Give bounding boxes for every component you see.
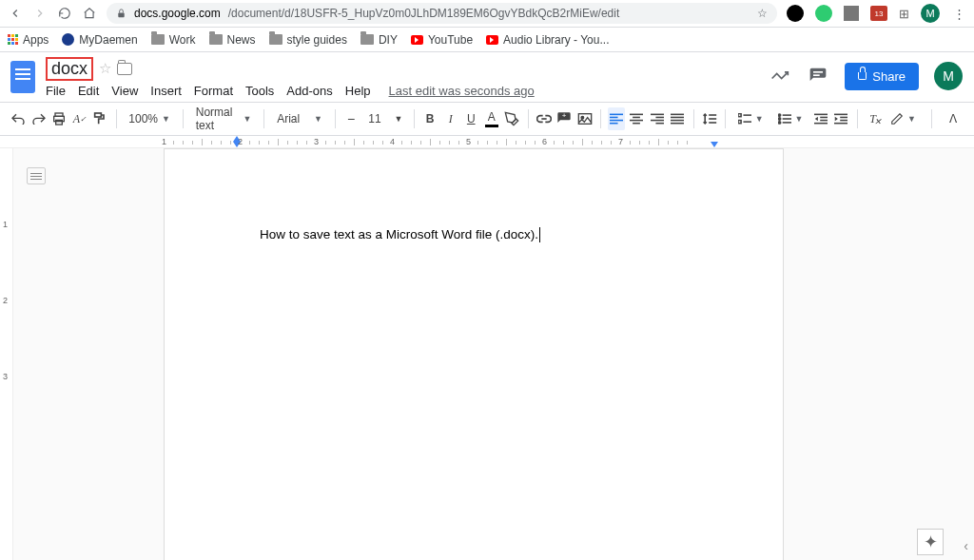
underline-button[interactable]: U — [462, 107, 480, 130]
menu-tools[interactable]: Tools — [245, 84, 274, 98]
extensions-icon[interactable]: ⊞ — [899, 7, 909, 21]
insert-link-button[interactable] — [535, 107, 553, 130]
menu-file[interactable]: File — [46, 84, 66, 98]
docs-header: docx ☆ File Edit View Insert Format Tool… — [0, 52, 974, 102]
svg-rect-0 — [118, 13, 124, 18]
bookmark-item[interactable]: MyDaemen — [62, 33, 137, 47]
hide-menus-button[interactable]: ᐱ — [942, 107, 964, 130]
explore-button[interactable]: ✦ — [917, 529, 944, 555]
checklist-button[interactable]: ▼ — [732, 107, 769, 130]
print-button[interactable] — [50, 107, 68, 130]
right-indent-marker[interactable] — [711, 142, 718, 147]
svg-point-35 — [778, 118, 780, 120]
browser-extensions: 13 ⊞ M ⋮ — [787, 4, 966, 23]
url-path: /document/d/18USFR-5_HupVz0m0JLhDM189EM6… — [228, 7, 620, 20]
menu-help[interactable]: Help — [345, 84, 371, 98]
menu-view[interactable]: View — [111, 84, 138, 98]
last-edit-link[interactable]: Last edit was seconds ago — [389, 84, 535, 98]
menu-bar: File Edit View Insert Format Tools Add-o… — [46, 79, 769, 102]
font-family-select[interactable]: Arial▼ — [271, 107, 328, 130]
document-title[interactable]: docx — [46, 57, 93, 81]
align-justify-button[interactable] — [669, 107, 687, 130]
menu-addons[interactable]: Add-ons — [286, 84, 332, 98]
bookmark-item[interactable]: style guides — [269, 33, 347, 47]
paint-format-button[interactable] — [91, 107, 109, 130]
editing-mode-button[interactable]: ▼ — [885, 107, 922, 130]
explore-collapse-icon[interactable]: ‹ — [964, 538, 968, 553]
account-avatar[interactable]: M — [934, 62, 963, 90]
profile-avatar[interactable]: M — [921, 4, 940, 23]
bookmark-item[interactable]: Work — [151, 33, 196, 47]
document-page[interactable]: How to save text as a Microsoft Word fil… — [164, 148, 784, 560]
activity-icon[interactable] — [769, 65, 791, 87]
url-host: docs.google.com — [134, 7, 221, 20]
menu-insert[interactable]: Insert — [150, 84, 182, 98]
share-button[interactable]: Share — [845, 63, 919, 90]
move-button[interactable] — [117, 63, 132, 75]
font-size-input[interactable]: 11 — [362, 107, 386, 130]
document-body-text[interactable]: How to save text as a Microsoft Word fil… — [260, 227, 538, 241]
font-size-increase[interactable]: ▼ — [390, 107, 408, 130]
bookmark-item[interactable]: News — [209, 33, 256, 47]
adblock-icon[interactable]: 13 — [870, 6, 887, 21]
increase-indent-button[interactable] — [832, 107, 850, 130]
address-bar[interactable]: docs.google.com/document/d/18USFR-5_HupV… — [107, 3, 777, 24]
undo-button[interactable] — [10, 107, 28, 130]
align-right-button[interactable] — [649, 107, 667, 130]
svg-marker-49 — [835, 117, 838, 122]
docs-logo-icon[interactable] — [8, 58, 38, 96]
svg-rect-2 — [813, 74, 820, 76]
line-spacing-button[interactable] — [700, 107, 718, 130]
svg-rect-31 — [738, 121, 741, 124]
clear-formatting-button[interactable]: T✕ — [864, 107, 882, 130]
svg-rect-6 — [95, 113, 102, 117]
ext-icon[interactable] — [844, 6, 859, 21]
highlight-color-button[interactable] — [503, 107, 521, 130]
svg-point-34 — [778, 114, 780, 116]
add-comment-button[interactable]: + — [555, 107, 574, 130]
svg-text:+: + — [562, 111, 567, 120]
toolbar: A✓ 100%▼ Normal text▼ Arial▼ − 11 ▼ B I … — [0, 102, 974, 136]
back-icon[interactable] — [8, 6, 23, 21]
svg-rect-30 — [738, 114, 741, 117]
document-outline-button[interactable] — [27, 167, 46, 184]
svg-point-36 — [778, 122, 780, 124]
bookmark-item[interactable]: YouTube — [411, 33, 473, 47]
redo-button[interactable] — [30, 107, 49, 130]
zoom-select[interactable]: 100%▼ — [123, 107, 176, 130]
text-cursor — [539, 227, 540, 242]
ext-icon[interactable] — [787, 5, 804, 22]
svg-rect-1 — [813, 71, 823, 73]
editor-canvas: 123 How to save text as a Microsoft Word… — [0, 148, 974, 560]
star-icon[interactable]: ☆ — [757, 7, 768, 20]
menu-format[interactable]: Format — [194, 84, 233, 98]
star-button[interactable]: ☆ — [99, 60, 111, 77]
reload-icon[interactable] — [57, 6, 72, 21]
spellcheck-button[interactable]: A✓ — [71, 107, 89, 130]
comments-icon[interactable] — [807, 65, 829, 87]
apps-shortcut[interactable]: Apps — [8, 33, 49, 47]
bookmark-item[interactable]: Audio Library - You... — [486, 33, 609, 47]
bulleted-list-button[interactable]: ▼ — [772, 107, 809, 130]
lock-icon — [858, 72, 867, 80]
horizontal-ruler[interactable]: 1234567 — [0, 136, 974, 148]
menu-edit[interactable]: Edit — [78, 84, 99, 98]
align-center-button[interactable] — [628, 107, 646, 130]
align-left-button[interactable] — [608, 107, 626, 130]
font-size-decrease[interactable]: − — [342, 107, 360, 130]
lock-icon — [116, 8, 127, 19]
vertical-ruler[interactable]: 123 — [0, 148, 13, 560]
insert-image-button[interactable] — [575, 107, 594, 130]
italic-button[interactable]: I — [441, 107, 459, 130]
text-color-button[interactable]: A — [482, 107, 500, 130]
svg-rect-9 — [578, 114, 591, 125]
home-icon[interactable] — [82, 6, 97, 21]
bold-button[interactable]: B — [421, 107, 439, 130]
paragraph-style-select[interactable]: Normal text▼ — [190, 107, 258, 130]
browser-toolbar: docs.google.com/document/d/18USFR-5_HupV… — [0, 0, 974, 28]
forward-icon[interactable] — [32, 6, 48, 21]
decrease-indent-button[interactable] — [812, 107, 830, 130]
ext-icon[interactable] — [815, 5, 832, 22]
bookmark-item[interactable]: DIY — [360, 33, 398, 47]
chrome-menu-icon[interactable]: ⋮ — [951, 6, 966, 21]
